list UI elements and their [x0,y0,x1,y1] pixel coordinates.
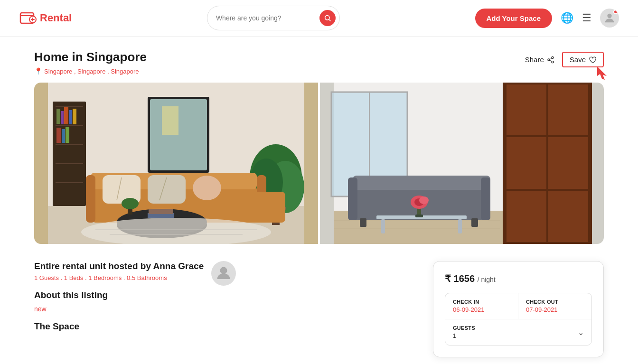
booking-fields: Check In 06-09-2021 Check Out 07-09-2021… [445,293,592,345]
svg-rect-20 [56,128,61,143]
host-avatar [211,261,236,286]
price-unit: / night [478,276,496,283]
search-icon [324,14,331,22]
logo-icon [19,9,37,27]
booking-card: ₹ 1656 / night Check In 06-09-2021 Check… [433,261,604,357]
svg-rect-12 [56,144,83,145]
svg-rect-33 [86,175,95,223]
location-text: Singapore , Singapore , Singapore [44,68,139,75]
living-room-image [34,83,318,244]
share-icon [547,56,554,64]
add-space-button[interactable]: Add Your Space [475,9,552,28]
avatar[interactable] [600,9,619,28]
header-right: Add Your Space 🌐 ☰ [475,9,619,28]
heart-icon [589,56,596,64]
location-pin-icon: 📍 [34,67,42,75]
svg-rect-14 [56,182,83,183]
svg-rect-64 [348,177,357,220]
svg-rect-10 [56,106,83,107]
svg-rect-16 [61,111,64,124]
guests-field[interactable]: Guests 1 ⌄ [445,319,591,345]
svg-point-4 [552,56,554,58]
listing-specs: 1 Guests . 1 Beds . 1 Bedrooms . 0.5 Bat… [34,274,204,281]
guests-label: Guests [453,325,475,331]
host-info: Entire rental unit hosted by Anna Grace … [34,261,204,290]
svg-point-46 [122,198,139,209]
svg-rect-15 [56,109,60,124]
menu-icon[interactable]: ☰ [582,12,591,24]
check-in-label: Check In [453,299,510,305]
listing-title: Home in Singapore [34,50,147,65]
svg-rect-70 [381,219,385,233]
svg-rect-38 [148,175,186,204]
check-out-value: 07-09-2021 [526,306,584,313]
search-bar [207,6,340,30]
share-label: Share [525,56,544,64]
svg-rect-35 [209,192,285,223]
listing-title-row: Home in Singapore 📍 Singapore , Singapor… [34,50,604,83]
svg-rect-71 [458,219,462,233]
header: Rental Add Your Space 🌐 ☰ [0,0,638,37]
red-arrow-annotation [593,65,610,82]
chevron-down-icon: ⌄ [578,328,584,337]
svg-point-5 [548,59,550,61]
guests-info: Guests 1 [453,325,475,339]
host-avatar-icon [215,265,232,282]
host-title: Entire rental unit hosted by Anna Grace [34,261,204,271]
search-button[interactable] [319,10,336,26]
listing-title-block: Home in Singapore 📍 Singapore , Singapor… [34,50,147,83]
svg-rect-18 [69,110,72,124]
svg-point-6 [552,61,554,63]
save-label: Save [570,56,586,64]
svg-rect-22 [66,127,69,143]
the-space-title: The Space [34,321,414,332]
listing-location: 📍 Singapore , Singapore , Singapore [34,67,147,75]
svg-rect-67 [471,218,478,227]
listing-info-row: Entire rental unit hosted by Anna Grace … [34,261,604,357]
about-text: new [34,305,414,313]
main-content: Home in Singapore 📍 Singapore , Singapor… [15,37,623,364]
booking-dates-row: Check In 06-09-2021 Check Out 07-09-2021 [445,293,591,319]
check-in-value: 06-09-2021 [453,306,510,313]
photo-left [34,83,318,244]
svg-rect-17 [64,107,68,124]
check-out-label: Check Out [526,299,584,305]
host-row: Entire rental unit hosted by Anna Grace … [34,261,414,290]
logo-text: Rental [40,12,72,24]
check-out-field[interactable]: Check Out 07-09-2021 [518,293,591,319]
modern-room-image [320,83,604,244]
photo-grid [34,83,604,244]
svg-rect-13 [56,163,83,164]
about-section-title: About this listing [34,290,414,300]
svg-rect-25 [162,106,178,135]
svg-rect-11 [56,125,83,126]
share-save-row: Share Save [525,52,604,67]
svg-rect-65 [481,177,490,220]
svg-rect-76 [415,215,423,217]
price-value: ₹ 1656 [445,273,475,284]
svg-rect-44 [149,209,173,214]
listing-details: Entire rental unit hosted by Anna Grace … [34,261,414,332]
search-input[interactable] [216,14,319,22]
logo[interactable]: Rental [19,9,72,27]
share-button[interactable]: Share [525,56,554,64]
guests-value: 1 [453,332,475,339]
svg-point-3 [607,14,611,18]
svg-rect-19 [73,109,76,124]
price-row: ₹ 1656 / night [445,273,592,284]
svg-rect-63 [353,176,490,190]
svg-point-40 [193,176,221,200]
svg-point-77 [220,267,227,274]
globe-icon[interactable]: 🌐 [561,12,573,24]
notification-dot [613,9,618,14]
svg-rect-66 [360,218,366,227]
save-button-wrap: Save [562,52,604,67]
photo-right [320,83,604,244]
svg-rect-21 [62,129,65,143]
check-in-field[interactable]: Check In 06-09-2021 [445,293,518,319]
svg-point-75 [419,196,429,204]
